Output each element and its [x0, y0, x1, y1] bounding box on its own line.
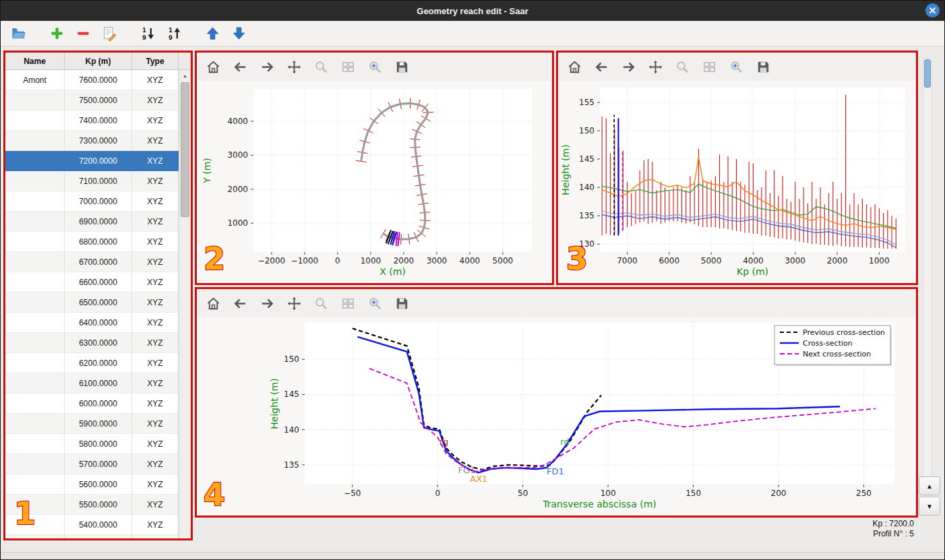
- table-row[interactable]: 6600.0000XYZ: [5, 272, 179, 292]
- table-scrollbar[interactable]: ▲: [179, 70, 191, 538]
- svg-text:9: 9: [142, 34, 146, 41]
- table-row[interactable]: Amont7600.0000XYZ: [5, 70, 179, 90]
- open-geometry-button[interactable]: [9, 24, 28, 43]
- forward-button[interactable]: [260, 59, 275, 75]
- table-row[interactable]: 5700.0000XYZ: [5, 454, 179, 474]
- table-cell: Amont: [5, 70, 65, 90]
- table-cell: XYZ: [132, 70, 179, 90]
- table-row[interactable]: 6900.0000XYZ: [5, 212, 179, 232]
- table-row[interactable]: 7000.0000XYZ: [5, 191, 179, 212]
- close-button[interactable]: [925, 3, 940, 18]
- table-cell: 6100.0000: [65, 373, 132, 394]
- back-button[interactable]: [594, 59, 609, 75]
- plan-view-chart[interactable]: −2000−1000010002000300040005000100020003…: [197, 81, 552, 283]
- table-cell: 7000.0000: [65, 191, 132, 212]
- svg-text:5000: 5000: [701, 256, 722, 266]
- table-cell: 6200.0000: [65, 353, 132, 373]
- table-row[interactable]: 5900.0000XYZ: [5, 414, 179, 434]
- table-cell: XYZ: [132, 232, 179, 252]
- move-profile-up-button[interactable]: [203, 24, 222, 43]
- back-button[interactable]: [233, 296, 248, 311]
- add-profile-button[interactable]: [47, 24, 66, 43]
- previous-profile-button[interactable]: ▲: [919, 476, 940, 495]
- svg-text:−1000: −1000: [291, 256, 319, 266]
- table-row[interactable]: 6500.0000XYZ: [5, 292, 179, 313]
- customize-button[interactable]: [367, 296, 383, 311]
- zoom-button[interactable]: [313, 59, 329, 75]
- table-row[interactable]: 7400.0000XYZ: [5, 111, 179, 131]
- table-cell: XYZ: [132, 191, 179, 212]
- sort-ascending-button[interactable]: 1 9: [164, 24, 183, 43]
- column-header-kp[interactable]: Kp (m): [65, 53, 132, 69]
- table-row[interactable]: 6100.0000XYZ: [5, 373, 179, 394]
- zoom-icon: [313, 59, 329, 75]
- table-cell: XYZ: [132, 333, 179, 353]
- table-row[interactable]: 6200.0000XYZ: [5, 353, 179, 373]
- pan-button[interactable]: [286, 59, 302, 75]
- home-button[interactable]: [206, 59, 221, 75]
- table-cell: 5500.0000: [65, 495, 132, 515]
- configure-subplots-button[interactable]: [340, 296, 356, 311]
- table-row[interactable]: 6700.0000XYZ: [5, 252, 179, 272]
- svg-text:4000: 4000: [743, 256, 764, 266]
- scroll-up-icon[interactable]: ▲: [179, 70, 191, 81]
- edit-profile-button[interactable]: [100, 24, 119, 43]
- configure-subplots-button[interactable]: [340, 59, 356, 75]
- save-figure-button[interactable]: [394, 59, 410, 75]
- table-cell: 6900.0000: [65, 212, 132, 232]
- zoom-button[interactable]: [675, 59, 690, 75]
- home-button[interactable]: [206, 296, 221, 311]
- window-scrollbar-thumb[interactable]: [924, 59, 931, 88]
- customize-button[interactable]: [729, 59, 744, 75]
- table-row[interactable]: 7300.0000XYZ: [5, 131, 179, 151]
- table-row[interactable]: 6300.0000XYZ: [5, 333, 179, 353]
- table-row[interactable]: 6800.0000XYZ: [5, 232, 179, 252]
- table-cell: 5900.0000: [65, 414, 132, 434]
- back-button[interactable]: [233, 59, 248, 75]
- profile-table-body[interactable]: Amont7600.0000XYZ7500.0000XYZ7400.0000XY…: [5, 70, 179, 538]
- pan-button[interactable]: [648, 59, 663, 75]
- home-button[interactable]: [567, 59, 582, 75]
- table-cell: [5, 171, 65, 191]
- back-arrow-icon: [233, 59, 248, 75]
- table-row[interactable]: 7200.0000XYZ: [5, 151, 179, 171]
- svg-text:AX1: AX1: [470, 474, 487, 484]
- customize-button[interactable]: [367, 59, 383, 75]
- table-row[interactable]: 6400.0000XYZ: [5, 313, 179, 333]
- status-kp: Kp : 7200.0: [873, 519, 914, 528]
- configure-subplots-button[interactable]: [702, 59, 717, 75]
- cross-section-chart[interactable]: −50050100150200250135140145150Transverse…: [197, 317, 916, 516]
- table-cell: XYZ: [132, 373, 179, 394]
- column-header-name[interactable]: Name: [5, 53, 65, 69]
- window-scrollbar[interactable]: [923, 57, 932, 480]
- titlebar[interactable]: Geometry reach edit - Saar: [1, 1, 944, 21]
- zoom-button[interactable]: [313, 296, 329, 311]
- svg-text:130: 130: [579, 239, 595, 249]
- forward-button[interactable]: [621, 59, 636, 75]
- svg-text:250: 250: [856, 489, 872, 498]
- triangle-down-icon: ▼: [926, 503, 933, 510]
- table-scrollbar-thumb[interactable]: [181, 82, 189, 217]
- table-cell: 7500.0000: [65, 90, 132, 111]
- pan-button[interactable]: [286, 296, 302, 311]
- table-row[interactable]: 5400.0000XYZ: [5, 515, 179, 535]
- table-row[interactable]: 5600.0000XYZ: [5, 474, 179, 495]
- forward-button[interactable]: [260, 296, 275, 311]
- table-row[interactable]: 7100.0000XYZ: [5, 171, 179, 191]
- plot-toolbar: [197, 289, 916, 317]
- move-profile-down-button[interactable]: [229, 24, 248, 43]
- table-row[interactable]: 5300.0000XYZ: [5, 535, 179, 538]
- table-row[interactable]: 5500.0000XYZ: [5, 495, 179, 515]
- next-profile-button[interactable]: ▼: [919, 497, 940, 516]
- long-profile-chart[interactable]: 7000600050004000300020001000130135140145…: [558, 81, 916, 283]
- table-row[interactable]: 7500.0000XYZ: [5, 90, 179, 111]
- column-header-type[interactable]: Type: [132, 53, 179, 69]
- plot-toolbar: [197, 53, 552, 81]
- svg-text:2000: 2000: [227, 185, 248, 194]
- sort-descending-button[interactable]: 1 9: [138, 24, 157, 43]
- delete-profile-button[interactable]: [73, 24, 92, 43]
- save-figure-button[interactable]: [756, 59, 771, 75]
- table-row[interactable]: 6000.0000XYZ: [5, 394, 179, 414]
- table-row[interactable]: 5800.0000XYZ: [5, 434, 179, 454]
- save-figure-button[interactable]: [394, 296, 410, 311]
